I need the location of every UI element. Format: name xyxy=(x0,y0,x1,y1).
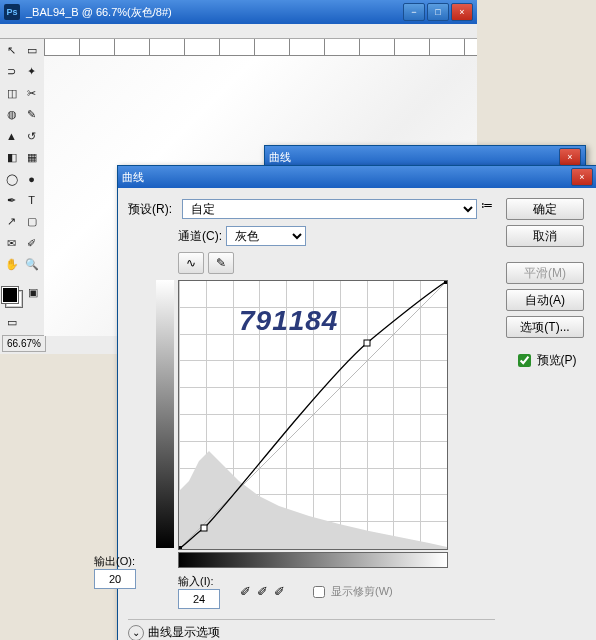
svg-line-0 xyxy=(179,281,447,549)
preset-select[interactable]: 自定 xyxy=(182,199,477,219)
hand-tool[interactable]: ✋ xyxy=(2,255,21,274)
curve-graph[interactable]: 791184 xyxy=(178,280,448,550)
fg-color[interactable] xyxy=(2,287,18,303)
pencil-mode-button[interactable]: ✎ xyxy=(208,252,234,274)
gradient-tool[interactable]: ▦ xyxy=(22,148,41,167)
eyedropper-gray-icon[interactable]: ✐ xyxy=(257,584,268,599)
curve-line xyxy=(179,281,447,549)
dialog-title: 曲线 xyxy=(122,170,571,185)
dialog-titlebar[interactable]: 曲线 × xyxy=(118,166,596,188)
eyedropper-tool[interactable]: ✐ xyxy=(22,234,41,253)
close-icon[interactable]: × xyxy=(559,148,581,166)
preview-label: 预览(P) xyxy=(537,352,577,369)
main-titlebar[interactable]: Ps _BAL94_B @ 66.7%(灰色/8#) − □ × xyxy=(0,0,477,24)
eyedropper-black-icon[interactable]: ✐ xyxy=(240,584,251,599)
move-tool[interactable]: ↖ xyxy=(2,41,21,60)
channel-select[interactable]: 灰色 xyxy=(226,226,306,246)
curves-dialog: 曲线 × 预设(R): 自定 ≔ 通道(C): 灰色 ∿ ✎ xyxy=(117,165,596,640)
display-options-label: 曲线显示选项 xyxy=(148,624,220,640)
svg-rect-4 xyxy=(444,281,447,284)
output-gradient xyxy=(156,280,174,548)
zoom-level[interactable]: 66.67% xyxy=(2,335,46,352)
color-swatch[interactable] xyxy=(2,287,22,307)
preview-input[interactable] xyxy=(518,354,531,367)
blur-tool[interactable]: ◯ xyxy=(2,170,21,189)
display-options-expander[interactable]: ⌄ 曲线显示选项 xyxy=(128,619,495,640)
wand-tool[interactable]: ✦ xyxy=(22,62,41,81)
input-label: 输入(I): xyxy=(178,574,220,589)
history-brush-tool[interactable]: ↺ xyxy=(22,127,41,146)
auto-button[interactable]: 自动(A) xyxy=(506,289,584,311)
marquee-tool[interactable]: ▭ xyxy=(22,41,41,60)
small-dialog-title: 曲线 xyxy=(269,150,559,165)
options-button[interactable]: 选项(T)... xyxy=(506,316,584,338)
cancel-button[interactable]: 取消 xyxy=(506,225,584,247)
show-clipping-label: 显示修剪(W) xyxy=(331,584,393,599)
show-clipping-input[interactable] xyxy=(313,586,325,598)
stamp-tool[interactable]: ▲ xyxy=(2,127,21,146)
preview-checkbox[interactable]: 预览(P) xyxy=(514,351,577,370)
separator xyxy=(2,277,42,281)
dialog-close-button[interactable]: × xyxy=(571,168,593,186)
crop-tool[interactable]: ◫ xyxy=(2,84,21,103)
document-title: _BAL94_B @ 66.7%(灰色/8#) xyxy=(26,5,403,20)
ruler-horizontal[interactable] xyxy=(44,39,477,56)
brush-tool[interactable]: ✎ xyxy=(22,105,41,124)
eyedropper-white-icon[interactable]: ✐ xyxy=(274,584,285,599)
zoom-tool[interactable]: 🔍 xyxy=(22,255,41,274)
screen-mode-tool[interactable]: ▭ xyxy=(2,313,21,332)
notes-tool[interactable]: ✉ xyxy=(2,234,21,253)
eraser-tool[interactable]: ◧ xyxy=(2,148,21,167)
channel-label: 通道(C): xyxy=(178,228,222,245)
input-field[interactable] xyxy=(178,589,220,609)
shape-tool[interactable]: ▢ xyxy=(22,212,41,231)
svg-rect-1 xyxy=(201,525,207,531)
svg-rect-3 xyxy=(179,546,182,549)
preset-label: 预设(R): xyxy=(128,201,178,218)
minimize-button[interactable]: − xyxy=(403,3,425,21)
show-clipping-checkbox[interactable]: 显示修剪(W) xyxy=(309,583,393,601)
quick-mask-tool[interactable]: ▣ xyxy=(23,283,42,302)
toolbox: ↖ ▭ ⊃ ✦ ◫ ✂ ◍ ✎ ▲ ↺ ◧ ▦ ◯ ● ✒ T ↗ ▢ ✉ ✐ … xyxy=(0,39,44,336)
chevron-expand-icon: ⌄ xyxy=(128,625,144,641)
close-button[interactable]: × xyxy=(451,3,473,21)
curves-dialog-behind: 曲线 × xyxy=(264,145,586,167)
lasso-tool[interactable]: ⊃ xyxy=(2,62,21,81)
ps-icon: Ps xyxy=(4,4,20,20)
output-label: 输出(O): xyxy=(94,554,136,569)
curve-mode-button[interactable]: ∿ xyxy=(178,252,204,274)
pen-tool[interactable]: ✒ xyxy=(2,191,21,210)
preset-menu-icon[interactable]: ≔ xyxy=(481,198,493,212)
slice-tool[interactable]: ✂ xyxy=(22,84,41,103)
svg-rect-2 xyxy=(364,340,370,346)
smooth-button[interactable]: 平滑(M) xyxy=(506,262,584,284)
output-group: 输出(O): xyxy=(94,554,136,589)
type-tool[interactable]: T xyxy=(22,191,41,210)
path-tool[interactable]: ↗ xyxy=(2,212,21,231)
options-bar[interactable] xyxy=(0,24,477,39)
input-gradient xyxy=(178,552,448,568)
dodge-tool[interactable]: ● xyxy=(22,170,41,189)
ok-button[interactable]: 确定 xyxy=(506,198,584,220)
heal-tool[interactable]: ◍ xyxy=(2,105,21,124)
output-field[interactable] xyxy=(94,569,136,589)
maximize-button[interactable]: □ xyxy=(427,3,449,21)
